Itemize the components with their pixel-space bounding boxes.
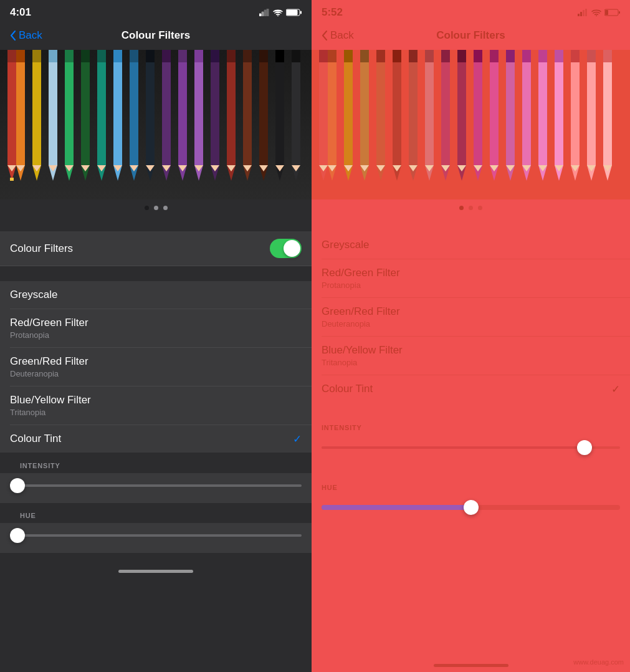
svg-marker-44 [178, 50, 187, 62]
svg-marker-80 [328, 50, 336, 62]
colour-tint-item-left[interactable]: Colour Tint ✓ [0, 425, 312, 453]
back-label-right: Back [330, 29, 354, 42]
dot-2-right [469, 206, 473, 210]
red-green-item-right[interactable]: Red/Green Filter Protanopia [312, 259, 630, 297]
svg-marker-52 [227, 50, 236, 181]
intensity-thumb-left[interactable] [10, 478, 25, 493]
hue-thumb-left[interactable] [10, 528, 25, 543]
nav-title-left: Colour Filters [122, 29, 191, 42]
colour-tint-item-right[interactable]: Colour Tint ✓ [312, 375, 630, 403]
checkmark-right: ✓ [611, 383, 620, 396]
svg-rect-74 [619, 11, 620, 14]
svg-rect-3 [267, 9, 269, 16]
phone-right: 5:52 [312, 0, 630, 672]
pencil-image-left [0, 50, 312, 199]
svg-marker-88 [376, 50, 385, 181]
svg-marker-124 [571, 50, 580, 181]
red-green-sub-left: Protanopia [10, 330, 302, 340]
list-gap-right [312, 216, 630, 231]
svg-marker-103 [457, 50, 466, 181]
green-red-sub-left: Deuteranopia [10, 369, 302, 378]
hue-slider-right[interactable] [312, 495, 630, 525]
list-gap-2-right [312, 403, 630, 415]
back-chevron-right [322, 31, 328, 41]
svg-marker-97 [425, 50, 434, 181]
svg-marker-86 [360, 50, 369, 62]
svg-marker-128 [587, 50, 596, 62]
svg-marker-98 [425, 50, 434, 62]
pencil-image-right [312, 50, 630, 199]
intensity-section-left: INTENSITY [0, 453, 312, 473]
svg-marker-62 [275, 50, 284, 62]
svg-marker-16 [32, 50, 41, 181]
svg-marker-29 [97, 50, 106, 62]
green-red-item-left[interactable]: Green/Red Filter Deuteranopia [0, 348, 312, 386]
svg-point-71 [596, 16, 597, 17]
home-bar-left [118, 570, 193, 573]
green-red-item-right[interactable]: Green/Red Filter Deuteranopia [312, 298, 630, 336]
hue-thumb-right[interactable] [464, 500, 479, 515]
svg-marker-82 [344, 50, 353, 181]
list-gap-2-left [0, 266, 312, 281]
svg-marker-43 [178, 50, 187, 181]
svg-marker-64 [292, 50, 300, 181]
green-red-label-right: Green/Red Filter [322, 305, 620, 318]
red-green-item-left[interactable]: Red/Green Filter Protanopia [0, 309, 312, 347]
svg-marker-125 [571, 50, 580, 62]
status-bar-right: 5:52 [312, 0, 630, 22]
svg-marker-122 [555, 50, 563, 62]
svg-rect-75 [312, 50, 630, 199]
svg-marker-49 [211, 50, 219, 181]
svg-marker-37 [146, 50, 155, 181]
svg-marker-101 [441, 50, 450, 62]
red-green-label-right: Red/Green Filter [322, 267, 620, 279]
svg-marker-79 [328, 50, 336, 181]
hue-slider-left[interactable] [0, 523, 312, 553]
svg-marker-13 [16, 50, 25, 181]
svg-rect-1 [262, 12, 264, 16]
svg-marker-40 [162, 50, 171, 181]
svg-marker-32 [113, 50, 122, 62]
svg-marker-25 [81, 50, 90, 181]
svg-marker-65 [292, 50, 300, 62]
colour-filters-toggle-left[interactable] [270, 239, 302, 258]
back-button-right[interactable]: Back [322, 29, 354, 42]
greyscale-item-right[interactable]: Greyscale [312, 231, 630, 259]
svg-marker-61 [275, 50, 284, 181]
nav-bar-right: Back Colour Filters [312, 22, 630, 50]
intensity-slider-left[interactable] [0, 473, 312, 503]
svg-marker-50 [211, 50, 219, 62]
svg-marker-59 [259, 50, 268, 62]
svg-marker-9 [7, 50, 16, 181]
svg-marker-55 [243, 50, 252, 181]
hue-label-left: HUE [10, 506, 46, 522]
toggle-row-left[interactable]: Colour Filters [0, 231, 312, 266]
blue-yellow-item-right[interactable]: Blue/Yellow Filter Tritanopia [312, 337, 630, 375]
home-indicator-left [0, 553, 312, 578]
back-button-left[interactable]: Back [10, 29, 42, 42]
svg-marker-91 [393, 50, 401, 181]
greyscale-item-left[interactable]: Greyscale [0, 281, 312, 309]
svg-marker-127 [587, 50, 596, 181]
svg-rect-68 [580, 12, 582, 16]
svg-marker-94 [409, 50, 418, 181]
status-icons-left [259, 9, 302, 16]
svg-marker-26 [81, 50, 90, 62]
svg-marker-109 [490, 50, 499, 181]
svg-marker-19 [49, 50, 57, 181]
svg-marker-112 [506, 50, 515, 181]
blue-yellow-item-left[interactable]: Blue/Yellow Filter Tritanopia [0, 386, 312, 425]
svg-marker-100 [441, 50, 450, 181]
battery-icon-left [286, 9, 302, 16]
svg-marker-28 [97, 50, 106, 181]
blue-yellow-label-right: Blue/Yellow Filter [322, 344, 620, 357]
filter-list-right: Greyscale Red/Green Filter Protanopia Gr… [312, 231, 630, 403]
intensity-slider-right[interactable] [312, 435, 630, 465]
nav-title-right: Colour Filters [436, 29, 505, 42]
hue-section-left: HUE [0, 503, 312, 523]
signal-icon-right [578, 9, 588, 16]
svg-marker-83 [344, 50, 353, 62]
phone-left: 4:01 [0, 0, 312, 672]
svg-marker-115 [522, 50, 531, 181]
intensity-thumb-right[interactable] [577, 440, 592, 455]
